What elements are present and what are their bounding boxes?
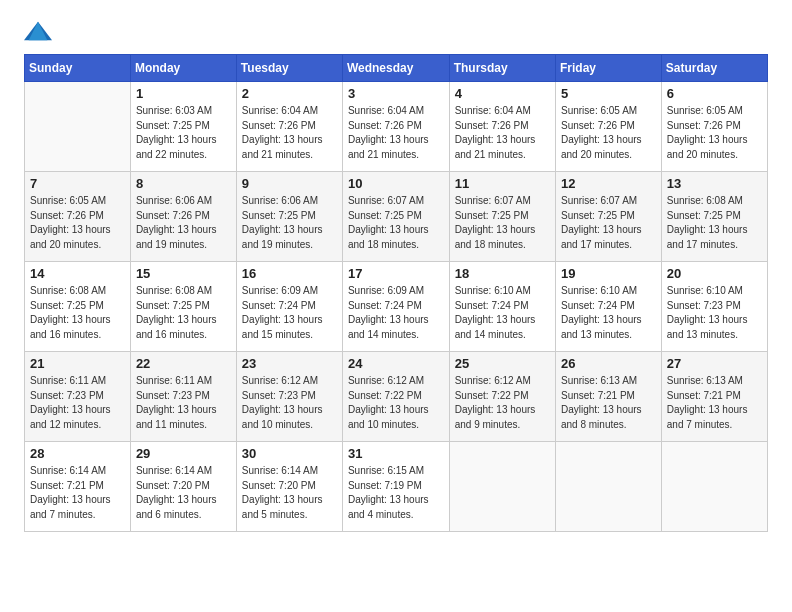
day-detail: Sunrise: 6:04 AMSunset: 7:26 PMDaylight:… (455, 104, 550, 162)
day-number: 7 (30, 176, 125, 191)
weekday-header: Thursday (449, 55, 555, 82)
day-detail: Sunrise: 6:11 AMSunset: 7:23 PMDaylight:… (30, 374, 125, 432)
day-number: 1 (136, 86, 231, 101)
day-number: 23 (242, 356, 337, 371)
day-number: 21 (30, 356, 125, 371)
day-number: 30 (242, 446, 337, 461)
day-detail: Sunrise: 6:05 AMSunset: 7:26 PMDaylight:… (667, 104, 762, 162)
calendar-cell (449, 442, 555, 532)
day-number: 6 (667, 86, 762, 101)
weekday-header: Friday (555, 55, 661, 82)
logo-icon (24, 20, 52, 42)
day-detail: Sunrise: 6:07 AMSunset: 7:25 PMDaylight:… (455, 194, 550, 252)
calendar-cell (661, 442, 767, 532)
day-number: 26 (561, 356, 656, 371)
day-number: 25 (455, 356, 550, 371)
logo (24, 20, 56, 42)
calendar-cell: 28Sunrise: 6:14 AMSunset: 7:21 PMDayligh… (25, 442, 131, 532)
calendar-cell: 13Sunrise: 6:08 AMSunset: 7:25 PMDayligh… (661, 172, 767, 262)
calendar-cell: 6Sunrise: 6:05 AMSunset: 7:26 PMDaylight… (661, 82, 767, 172)
calendar-cell: 21Sunrise: 6:11 AMSunset: 7:23 PMDayligh… (25, 352, 131, 442)
day-detail: Sunrise: 6:13 AMSunset: 7:21 PMDaylight:… (561, 374, 656, 432)
calendar-cell: 24Sunrise: 6:12 AMSunset: 7:22 PMDayligh… (342, 352, 449, 442)
calendar-cell: 9Sunrise: 6:06 AMSunset: 7:25 PMDaylight… (236, 172, 342, 262)
day-number: 29 (136, 446, 231, 461)
calendar-cell: 30Sunrise: 6:14 AMSunset: 7:20 PMDayligh… (236, 442, 342, 532)
day-number: 4 (455, 86, 550, 101)
day-number: 24 (348, 356, 444, 371)
day-detail: Sunrise: 6:07 AMSunset: 7:25 PMDaylight:… (348, 194, 444, 252)
day-detail: Sunrise: 6:06 AMSunset: 7:26 PMDaylight:… (136, 194, 231, 252)
day-number: 8 (136, 176, 231, 191)
day-detail: Sunrise: 6:14 AMSunset: 7:21 PMDaylight:… (30, 464, 125, 522)
day-number: 18 (455, 266, 550, 281)
calendar-cell: 11Sunrise: 6:07 AMSunset: 7:25 PMDayligh… (449, 172, 555, 262)
calendar-cell (25, 82, 131, 172)
day-number: 9 (242, 176, 337, 191)
day-number: 27 (667, 356, 762, 371)
calendar-week-row: 28Sunrise: 6:14 AMSunset: 7:21 PMDayligh… (25, 442, 768, 532)
day-detail: Sunrise: 6:06 AMSunset: 7:25 PMDaylight:… (242, 194, 337, 252)
day-detail: Sunrise: 6:03 AMSunset: 7:25 PMDaylight:… (136, 104, 231, 162)
calendar-cell: 25Sunrise: 6:12 AMSunset: 7:22 PMDayligh… (449, 352, 555, 442)
calendar-week-row: 1Sunrise: 6:03 AMSunset: 7:25 PMDaylight… (25, 82, 768, 172)
day-detail: Sunrise: 6:12 AMSunset: 7:23 PMDaylight:… (242, 374, 337, 432)
day-number: 2 (242, 86, 337, 101)
day-detail: Sunrise: 6:12 AMSunset: 7:22 PMDaylight:… (348, 374, 444, 432)
calendar-cell: 29Sunrise: 6:14 AMSunset: 7:20 PMDayligh… (130, 442, 236, 532)
day-number: 13 (667, 176, 762, 191)
day-number: 19 (561, 266, 656, 281)
day-number: 22 (136, 356, 231, 371)
calendar-cell: 27Sunrise: 6:13 AMSunset: 7:21 PMDayligh… (661, 352, 767, 442)
day-detail: Sunrise: 6:11 AMSunset: 7:23 PMDaylight:… (136, 374, 231, 432)
weekday-header: Monday (130, 55, 236, 82)
day-detail: Sunrise: 6:08 AMSunset: 7:25 PMDaylight:… (667, 194, 762, 252)
day-detail: Sunrise: 6:14 AMSunset: 7:20 PMDaylight:… (242, 464, 337, 522)
calendar-cell: 19Sunrise: 6:10 AMSunset: 7:24 PMDayligh… (555, 262, 661, 352)
day-detail: Sunrise: 6:10 AMSunset: 7:24 PMDaylight:… (455, 284, 550, 342)
day-number: 3 (348, 86, 444, 101)
calendar-cell: 15Sunrise: 6:08 AMSunset: 7:25 PMDayligh… (130, 262, 236, 352)
calendar-cell: 5Sunrise: 6:05 AMSunset: 7:26 PMDaylight… (555, 82, 661, 172)
calendar-cell: 31Sunrise: 6:15 AMSunset: 7:19 PMDayligh… (342, 442, 449, 532)
calendar-cell: 23Sunrise: 6:12 AMSunset: 7:23 PMDayligh… (236, 352, 342, 442)
weekday-header: Tuesday (236, 55, 342, 82)
day-detail: Sunrise: 6:15 AMSunset: 7:19 PMDaylight:… (348, 464, 444, 522)
day-detail: Sunrise: 6:07 AMSunset: 7:25 PMDaylight:… (561, 194, 656, 252)
calendar-cell: 16Sunrise: 6:09 AMSunset: 7:24 PMDayligh… (236, 262, 342, 352)
calendar-week-row: 7Sunrise: 6:05 AMSunset: 7:26 PMDaylight… (25, 172, 768, 262)
day-number: 11 (455, 176, 550, 191)
day-detail: Sunrise: 6:04 AMSunset: 7:26 PMDaylight:… (242, 104, 337, 162)
calendar-cell (555, 442, 661, 532)
weekday-header: Sunday (25, 55, 131, 82)
calendar-cell: 4Sunrise: 6:04 AMSunset: 7:26 PMDaylight… (449, 82, 555, 172)
calendar-cell: 20Sunrise: 6:10 AMSunset: 7:23 PMDayligh… (661, 262, 767, 352)
calendar-week-row: 21Sunrise: 6:11 AMSunset: 7:23 PMDayligh… (25, 352, 768, 442)
day-detail: Sunrise: 6:05 AMSunset: 7:26 PMDaylight:… (30, 194, 125, 252)
day-detail: Sunrise: 6:09 AMSunset: 7:24 PMDaylight:… (348, 284, 444, 342)
calendar-cell: 1Sunrise: 6:03 AMSunset: 7:25 PMDaylight… (130, 82, 236, 172)
page-header (24, 20, 768, 42)
day-detail: Sunrise: 6:04 AMSunset: 7:26 PMDaylight:… (348, 104, 444, 162)
day-number: 10 (348, 176, 444, 191)
day-number: 31 (348, 446, 444, 461)
day-number: 20 (667, 266, 762, 281)
weekday-header: Wednesday (342, 55, 449, 82)
calendar-cell: 26Sunrise: 6:13 AMSunset: 7:21 PMDayligh… (555, 352, 661, 442)
weekday-header-row: SundayMondayTuesdayWednesdayThursdayFrid… (25, 55, 768, 82)
day-number: 5 (561, 86, 656, 101)
calendar-cell: 17Sunrise: 6:09 AMSunset: 7:24 PMDayligh… (342, 262, 449, 352)
day-number: 14 (30, 266, 125, 281)
calendar-cell: 14Sunrise: 6:08 AMSunset: 7:25 PMDayligh… (25, 262, 131, 352)
day-number: 15 (136, 266, 231, 281)
calendar-cell: 3Sunrise: 6:04 AMSunset: 7:26 PMDaylight… (342, 82, 449, 172)
calendar-cell: 10Sunrise: 6:07 AMSunset: 7:25 PMDayligh… (342, 172, 449, 262)
day-detail: Sunrise: 6:08 AMSunset: 7:25 PMDaylight:… (136, 284, 231, 342)
calendar-table: SundayMondayTuesdayWednesdayThursdayFrid… (24, 54, 768, 532)
day-number: 28 (30, 446, 125, 461)
day-number: 12 (561, 176, 656, 191)
weekday-header: Saturday (661, 55, 767, 82)
day-detail: Sunrise: 6:12 AMSunset: 7:22 PMDaylight:… (455, 374, 550, 432)
day-detail: Sunrise: 6:09 AMSunset: 7:24 PMDaylight:… (242, 284, 337, 342)
calendar-cell: 8Sunrise: 6:06 AMSunset: 7:26 PMDaylight… (130, 172, 236, 262)
